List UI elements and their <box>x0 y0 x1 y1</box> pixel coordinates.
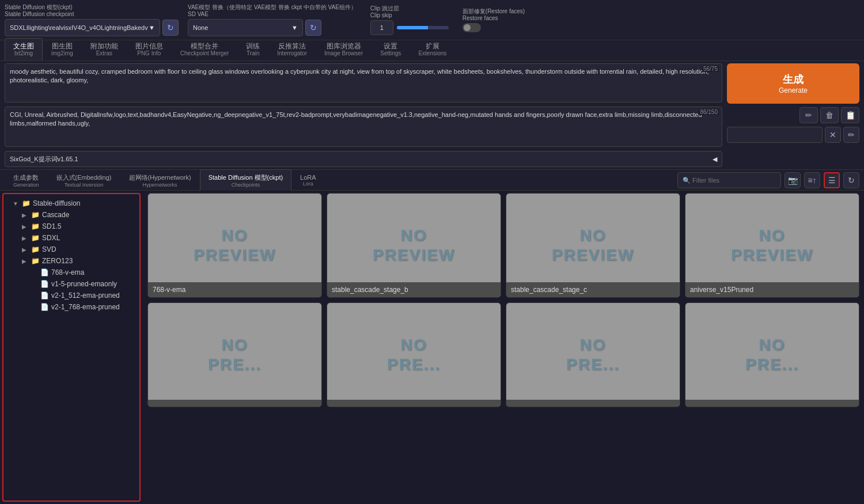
tab-interrogator-sublabel: Interrogator <box>277 50 307 57</box>
tree-item-root[interactable]: ▼ 📁 Stable-diffusion <box>3 198 139 209</box>
tab-extras[interactable]: 附加功能 Extras <box>82 38 127 60</box>
refresh-grid-button[interactable]: ↻ <box>843 172 859 188</box>
model-dropdown[interactable]: SDXLIlighting\realvisxIV4O_v4OLightningB… <box>5 19 160 36</box>
vae-label: VAE模型 替换（使用特定 VAE模型 替换 ckpt 中自带的 VAE组件） … <box>188 4 357 18</box>
folder-icon: 📁 <box>31 245 40 253</box>
tree-item-sdxl[interactable]: ▶ 📁 SDXL <box>3 232 139 244</box>
sub-tab-checkpoints-sublabel: Checkpoints <box>232 182 260 188</box>
vae-select-wrap: None ▼ ↻ <box>188 19 357 36</box>
sub-tabs-area: 生成参数 Generation 嵌入式(Embedding) Textual I… <box>0 170 864 191</box>
style-dropdown[interactable]: SixGod_K提示词v1.65.1 ◀ <box>5 151 722 167</box>
tab-txt2img[interactable]: 文生图 txt2img <box>5 38 43 60</box>
tree-label-v1-5-pruned: v1-5-pruned-emaonly <box>51 280 117 288</box>
restore-faces-section: 面部修复(Restore faces) Restore faces <box>463 8 525 32</box>
no-preview-text: NOPRE... <box>208 335 262 374</box>
positive-prompt-input[interactable] <box>5 63 722 103</box>
tab-extras-sublabel: Extras <box>96 50 112 57</box>
style-dropdown-value: SixGod_K提示词v1.65.1 <box>10 155 78 164</box>
tree-label-v2-1-768: v2-1_768-ema-pruned <box>51 303 120 311</box>
tree-toggle-root: ▼ <box>13 200 20 207</box>
tree-label-sd15: SD1.5 <box>42 222 61 230</box>
edit-button[interactable]: ✏ <box>799 107 818 123</box>
tab-settings-label: 设置 <box>384 42 397 50</box>
top-bar: Stable Diffusion 模型(ckpt) Stable Diffusi… <box>0 0 864 40</box>
model-card-8[interactable]: NOPRE... <box>685 302 859 407</box>
tree-item-svd[interactable]: ▶ 📁 SVD <box>3 244 139 255</box>
tree-label-zero123: ZERO123 <box>42 257 73 265</box>
file-icon: 📄 <box>40 268 49 276</box>
tab-img2img[interactable]: 图生图 img2img <box>43 38 82 60</box>
list-view-button[interactable]: ☰ <box>824 172 840 188</box>
tab-checkpoint-merger[interactable]: 模型合并 Checkpoint Merger <box>172 38 237 60</box>
action-buttons: ✏ 🗑 📋 <box>727 107 859 123</box>
model-refresh-button[interactable]: ↻ <box>162 20 179 36</box>
tab-image-browser[interactable]: 图库浏览器 Image Browser <box>316 38 372 60</box>
copy-button[interactable]: 📋 <box>841 107 859 123</box>
model-card-name <box>327 400 501 407</box>
clip-value: 1 <box>370 20 393 35</box>
no-preview-text: NOPREVIEW <box>552 226 634 264</box>
folder-icon: 📁 <box>31 234 40 242</box>
model-value: SDXLIlighting\realvisxIV4O_v4OLightningB… <box>10 24 148 31</box>
file-icon: 📄 <box>40 280 49 288</box>
tab-train[interactable]: 训练 Train <box>237 38 268 60</box>
tree-label-svd: SVD <box>42 245 56 253</box>
tab-settings[interactable]: 设置 Settings <box>372 38 410 60</box>
tree-item-zero123[interactable]: ▶ 📁 ZERO123 <box>3 255 139 267</box>
restore-faces-toggle[interactable] <box>463 23 481 32</box>
folder-icon: 📁 <box>22 199 31 207</box>
tree-item-sd15[interactable]: ▶ 📁 SD1.5 <box>3 221 139 232</box>
tree-item-cascade[interactable]: ▶ 📁 Cascade <box>3 209 139 221</box>
style-apply-dropdown[interactable] <box>727 127 823 143</box>
clear-style-button[interactable]: ✕ <box>825 127 841 143</box>
tree-label-v2-1-512: v2-1_512-ema-pruned <box>51 291 120 300</box>
sub-tab-hypernetworks[interactable]: 超网络(Hypernetwork) Hypernetworks <box>120 169 200 191</box>
sub-tab-generation[interactable]: 生成参数 Generation <box>5 169 48 191</box>
clip-slider-wrap: 1 <box>370 20 449 35</box>
tab-txt2img-sublabel: txt2img <box>14 50 33 57</box>
clip-slider[interactable] <box>397 26 449 29</box>
tab-pnginfo[interactable]: 图片信息 PNG Info <box>127 38 172 60</box>
vae-refresh-button[interactable]: ↻ <box>305 20 321 36</box>
tree-item-768-v-ema[interactable]: ▶ 📄 768-v-ema <box>3 267 139 278</box>
vae-dropdown[interactable]: None ▼ <box>188 19 303 36</box>
tree-item-v2-1-512[interactable]: ▶ 📄 v2-1_512-ema-pruned <box>3 290 139 301</box>
model-card-7[interactable]: NOPRE... <box>506 302 680 407</box>
sort-button[interactable]: ≡↑ <box>804 172 820 188</box>
restore-faces-toggle-wrap <box>463 23 481 32</box>
model-card-5[interactable]: NOPRE... <box>147 302 322 407</box>
trash-button[interactable]: 🗑 <box>820 107 839 123</box>
filter-input[interactable] <box>677 172 781 188</box>
edit-style-button[interactable]: ✏ <box>843 127 859 143</box>
generate-button[interactable]: 生成 Generate <box>727 63 859 104</box>
tab-pnginfo-label: 图片信息 <box>135 42 163 50</box>
tab-extensions[interactable]: 扩展 Extensions <box>410 38 455 60</box>
sub-tab-checkpoints-label: Stable Diffusion 模型(ckpt) <box>209 173 283 182</box>
sub-tab-generation-label: 生成参数 <box>13 173 39 182</box>
sub-tab-textual-inversion[interactable]: 嵌入式(Embedding) Textual Inversion <box>48 169 120 191</box>
tree-label-768-v-ema: 768-v-ema <box>51 268 84 276</box>
model-card-cascade-b[interactable]: NOPREVIEW stable_cascade_stage_b <box>327 193 501 298</box>
tree-item-v2-1-768[interactable]: ▶ 📄 v2-1_768-ema-pruned <box>3 301 139 313</box>
tab-interrogator[interactable]: 反推算法 Interrogator <box>268 38 316 60</box>
model-card-name: 768-v-ema <box>148 282 321 297</box>
model-label: Stable Diffusion 模型(ckpt) Stable Diffusi… <box>5 4 179 18</box>
tree-label-cascade: Cascade <box>42 211 69 219</box>
tree-label-sdxl: SDXL <box>42 234 60 242</box>
model-thumb: NOPREVIEW <box>685 194 859 297</box>
screenshot-button[interactable]: 📷 <box>785 172 801 188</box>
sub-tab-checkpoints[interactable]: Stable Diffusion 模型(ckpt) Checkpoints <box>200 169 291 191</box>
tree-toggle-cascade: ▶ <box>22 212 29 218</box>
sub-tab-lora[interactable]: LoRA Lora <box>291 170 325 190</box>
tab-img2img-sublabel: img2img <box>51 50 73 57</box>
model-card-768-v-ema[interactable]: NOPREVIEW 768-v-ema <box>147 193 322 298</box>
negative-prompt-input[interactable] <box>5 107 722 147</box>
model-card-6[interactable]: NOPRE... <box>327 302 501 407</box>
model-card-aniverse[interactable]: NOPREVIEW aniverse_v15Pruned <box>685 193 859 298</box>
no-preview-text: NOPRE... <box>387 335 441 374</box>
model-card-cascade-c[interactable]: NOPREVIEW stable_cascade_stage_c <box>506 193 680 298</box>
tree-label-root: Stable-diffusion <box>33 199 81 207</box>
model-thumb: NOPREVIEW <box>327 194 501 297</box>
tab-pnginfo-sublabel: PNG Info <box>137 50 161 57</box>
tree-item-v1-5-pruned[interactable]: ▶ 📄 v1-5-pruned-emaonly <box>3 278 139 290</box>
